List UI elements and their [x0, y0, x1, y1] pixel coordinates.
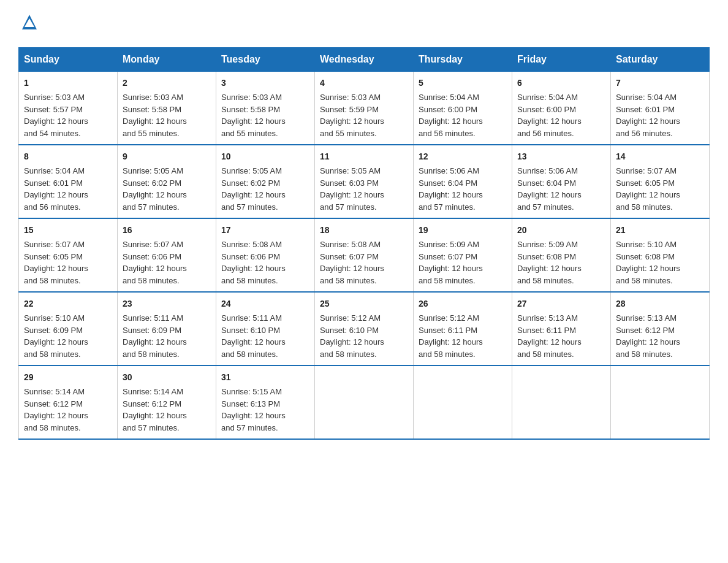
calendar-cell: 12Sunrise: 5:06 AMSunset: 6:04 PMDayligh…	[414, 145, 512, 218]
calendar-cell: 2Sunrise: 5:03 AMSunset: 5:58 PMDaylight…	[118, 72, 216, 145]
logo	[18, 12, 40, 35]
day-number: 2	[123, 77, 211, 90]
day-info: Sunrise: 5:06 AMSunset: 6:04 PMDaylight:…	[517, 165, 605, 213]
day-info: Sunrise: 5:14 AMSunset: 6:12 PMDaylight:…	[123, 386, 211, 434]
calendar-cell: 19Sunrise: 5:09 AMSunset: 6:07 PMDayligh…	[414, 218, 512, 292]
day-info: Sunrise: 5:05 AMSunset: 6:02 PMDaylight:…	[221, 165, 309, 213]
day-info: Sunrise: 5:04 AMSunset: 6:00 PMDaylight:…	[517, 91, 605, 139]
day-info: Sunrise: 5:07 AMSunset: 6:05 PMDaylight:…	[24, 239, 112, 286]
calendar-cell: 10Sunrise: 5:05 AMSunset: 6:02 PMDayligh…	[216, 145, 315, 218]
logo-icon	[20, 12, 39, 32]
day-info: Sunrise: 5:03 AMSunset: 5:58 PMDaylight:…	[123, 91, 211, 139]
day-info: Sunrise: 5:15 AMSunset: 6:13 PMDaylight:…	[221, 386, 309, 434]
day-number: 9	[123, 150, 211, 163]
day-info: Sunrise: 5:10 AMSunset: 6:08 PMDaylight:…	[616, 239, 704, 286]
calendar-week-5: 29Sunrise: 5:14 AMSunset: 6:12 PMDayligh…	[19, 366, 710, 439]
day-info: Sunrise: 5:13 AMSunset: 6:12 PMDaylight:…	[616, 312, 704, 360]
calendar-cell: 6Sunrise: 5:04 AMSunset: 6:00 PMDaylight…	[512, 72, 611, 145]
day-number: 29	[24, 371, 112, 384]
header-sunday: Sunday	[19, 48, 118, 72]
header-friday: Friday	[512, 48, 611, 72]
calendar-cell: 27Sunrise: 5:13 AMSunset: 6:11 PMDayligh…	[512, 292, 611, 366]
day-number: 4	[320, 77, 408, 90]
header-monday: Monday	[118, 48, 216, 72]
header-tuesday: Tuesday	[216, 48, 315, 72]
day-number: 5	[419, 77, 507, 90]
day-number: 28	[616, 297, 704, 310]
day-number: 19	[419, 224, 507, 237]
calendar-cell: 8Sunrise: 5:04 AMSunset: 6:01 PMDaylight…	[19, 145, 118, 218]
day-number: 6	[517, 77, 605, 90]
header-thursday: Thursday	[414, 48, 512, 72]
day-info: Sunrise: 5:07 AMSunset: 6:05 PMDaylight:…	[616, 165, 704, 213]
day-info: Sunrise: 5:07 AMSunset: 6:06 PMDaylight:…	[123, 239, 211, 286]
day-info: Sunrise: 5:05 AMSunset: 6:02 PMDaylight:…	[123, 165, 211, 213]
logo-text	[18, 12, 40, 35]
day-info: Sunrise: 5:08 AMSunset: 6:06 PMDaylight:…	[221, 239, 309, 286]
calendar-week-2: 8Sunrise: 5:04 AMSunset: 6:01 PMDaylight…	[19, 145, 710, 218]
calendar-cell: 22Sunrise: 5:10 AMSunset: 6:09 PMDayligh…	[19, 292, 118, 366]
calendar-cell: 26Sunrise: 5:12 AMSunset: 6:11 PMDayligh…	[414, 292, 512, 366]
day-info: Sunrise: 5:09 AMSunset: 6:08 PMDaylight:…	[517, 239, 605, 286]
day-number: 1	[24, 77, 112, 90]
calendar-cell: 20Sunrise: 5:09 AMSunset: 6:08 PMDayligh…	[512, 218, 611, 292]
calendar-cell: 4Sunrise: 5:03 AMSunset: 5:59 PMDaylight…	[315, 72, 414, 145]
calendar-cell: 15Sunrise: 5:07 AMSunset: 6:05 PMDayligh…	[19, 218, 118, 292]
calendar-table: SundayMondayTuesdayWednesdayThursdayFrid…	[18, 47, 710, 440]
day-info: Sunrise: 5:12 AMSunset: 6:11 PMDaylight:…	[419, 312, 507, 360]
calendar-cell: 5Sunrise: 5:04 AMSunset: 6:00 PMDaylight…	[414, 72, 512, 145]
calendar-cell	[512, 366, 611, 439]
day-number: 13	[517, 150, 605, 163]
calendar-cell: 14Sunrise: 5:07 AMSunset: 6:05 PMDayligh…	[611, 145, 710, 218]
calendar-cell	[414, 366, 512, 439]
calendar-cell	[611, 366, 710, 439]
calendar-cell: 7Sunrise: 5:04 AMSunset: 6:01 PMDaylight…	[611, 72, 710, 145]
day-number: 24	[221, 297, 309, 310]
calendar-cell: 16Sunrise: 5:07 AMSunset: 6:06 PMDayligh…	[118, 218, 216, 292]
header-saturday: Saturday	[611, 48, 710, 72]
calendar-cell: 31Sunrise: 5:15 AMSunset: 6:13 PMDayligh…	[216, 366, 315, 439]
day-number: 25	[320, 297, 408, 310]
day-number: 27	[517, 297, 605, 310]
day-info: Sunrise: 5:04 AMSunset: 6:00 PMDaylight:…	[419, 91, 507, 139]
calendar-cell: 30Sunrise: 5:14 AMSunset: 6:12 PMDayligh…	[118, 366, 216, 439]
day-info: Sunrise: 5:10 AMSunset: 6:09 PMDaylight:…	[24, 312, 112, 360]
calendar-cell: 24Sunrise: 5:11 AMSunset: 6:10 PMDayligh…	[216, 292, 315, 366]
day-number: 10	[221, 150, 309, 163]
day-number: 21	[616, 224, 704, 237]
calendar-cell: 13Sunrise: 5:06 AMSunset: 6:04 PMDayligh…	[512, 145, 611, 218]
day-info: Sunrise: 5:03 AMSunset: 5:57 PMDaylight:…	[24, 91, 112, 139]
day-number: 30	[123, 371, 211, 384]
day-info: Sunrise: 5:14 AMSunset: 6:12 PMDaylight:…	[24, 386, 112, 434]
day-info: Sunrise: 5:04 AMSunset: 6:01 PMDaylight:…	[616, 91, 704, 139]
day-number: 23	[123, 297, 211, 310]
day-number: 20	[517, 224, 605, 237]
day-number: 16	[123, 224, 211, 237]
day-number: 26	[419, 297, 507, 310]
day-number: 12	[419, 150, 507, 163]
day-info: Sunrise: 5:09 AMSunset: 6:07 PMDaylight:…	[419, 239, 507, 286]
day-info: Sunrise: 5:08 AMSunset: 6:07 PMDaylight:…	[320, 239, 408, 286]
calendar-cell: 29Sunrise: 5:14 AMSunset: 6:12 PMDayligh…	[19, 366, 118, 439]
calendar-cell	[315, 366, 414, 439]
day-number: 18	[320, 224, 408, 237]
day-number: 3	[221, 77, 309, 90]
day-number: 31	[221, 371, 309, 384]
day-number: 11	[320, 150, 408, 163]
calendar-cell: 11Sunrise: 5:05 AMSunset: 6:03 PMDayligh…	[315, 145, 414, 218]
calendar-cell: 3Sunrise: 5:03 AMSunset: 5:58 PMDaylight…	[216, 72, 315, 145]
day-number: 14	[616, 150, 704, 163]
calendar-cell: 28Sunrise: 5:13 AMSunset: 6:12 PMDayligh…	[611, 292, 710, 366]
day-number: 7	[616, 77, 704, 90]
page-header	[18, 12, 710, 35]
day-info: Sunrise: 5:05 AMSunset: 6:03 PMDaylight:…	[320, 165, 408, 213]
day-number: 8	[24, 150, 112, 163]
calendar-cell: 21Sunrise: 5:10 AMSunset: 6:08 PMDayligh…	[611, 218, 710, 292]
day-number: 22	[24, 297, 112, 310]
calendar-cell: 25Sunrise: 5:12 AMSunset: 6:10 PMDayligh…	[315, 292, 414, 366]
day-info: Sunrise: 5:12 AMSunset: 6:10 PMDaylight:…	[320, 312, 408, 360]
calendar-cell: 23Sunrise: 5:11 AMSunset: 6:09 PMDayligh…	[118, 292, 216, 366]
day-info: Sunrise: 5:06 AMSunset: 6:04 PMDaylight:…	[419, 165, 507, 213]
day-info: Sunrise: 5:11 AMSunset: 6:10 PMDaylight:…	[221, 312, 309, 360]
day-info: Sunrise: 5:11 AMSunset: 6:09 PMDaylight:…	[123, 312, 211, 360]
